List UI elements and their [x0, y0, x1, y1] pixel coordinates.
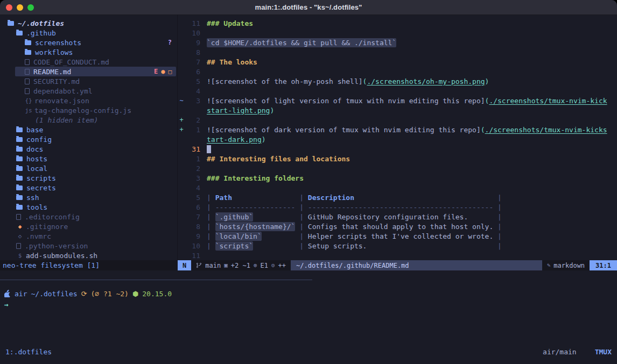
- line-number: 7: [185, 58, 200, 66]
- line-number: 10: [185, 242, 200, 250]
- folder-icon: [25, 40, 31, 45]
- tree-item-config[interactable]: config: [0, 134, 177, 144]
- table-pipe: |: [493, 223, 502, 231]
- link-url[interactable]: start-light.png: [207, 106, 270, 115]
- folder-icon: [16, 127, 23, 132]
- table-pipe: |: [207, 213, 215, 221]
- tree-item-hosts[interactable]: hosts: [0, 154, 177, 163]
- extra-icon: ⊙: [271, 262, 275, 269]
- editor-line[interactable]: 8| `hosts/{hostname}/` | Configs that sh…: [178, 222, 617, 231]
- editor-line[interactable]: 3### Interesting folders: [178, 173, 617, 183]
- minimize-button[interactable]: [17, 4, 23, 11]
- tmux-label: TMUX: [595, 348, 612, 356]
- editor-line[interactable]: 7| `.github` | GitHub Repository configu…: [178, 212, 617, 222]
- tree-item-code-of-conduct[interactable]: CODE_OF_CONDUCT.md: [0, 57, 177, 67]
- editor-line[interactable]: 4: [178, 183, 617, 192]
- table-pipe: |: [207, 223, 215, 231]
- editor-line[interactable]: +2: [178, 115, 617, 125]
- tree-item-local[interactable]: local: [0, 163, 177, 173]
- line-number: 3: [185, 174, 200, 182]
- tree-item-ssh[interactable]: ssh: [0, 192, 177, 202]
- tree-item-dependabot[interactable]: dependabot.yml: [0, 86, 177, 96]
- line-number: 6: [185, 203, 200, 211]
- table-pipe: |: [367, 242, 501, 250]
- editor-current-line[interactable]: 31: [178, 144, 617, 154]
- tree-item-tools[interactable]: tools: [0, 202, 177, 212]
- editor-line[interactable]: 8: [178, 47, 617, 57]
- diff-icon: ▣: [224, 262, 228, 269]
- link-url[interactable]: ./screenshots/tmux-nvim-kicks: [485, 126, 607, 134]
- apple-icon: [4, 290, 11, 297]
- tmux-session-name: air/main: [543, 348, 577, 356]
- editor-line[interactable]: 9| `local/bin` | Helper scripts that I'v…: [178, 231, 617, 241]
- extra-indicator: ++: [278, 262, 286, 269]
- editor-line[interactable]: ~3![screenshot of light version of tmux …: [178, 96, 617, 105]
- editor-line[interactable]: 1## Interesting files and locations: [178, 154, 617, 163]
- link-url[interactable]: ./screenshots/oh-my-posh.png: [367, 77, 485, 85]
- editor-line[interactable]: 5![screenshot of the oh-my-posh shell](.…: [178, 76, 617, 86]
- tree-item-security[interactable]: SECURITY.md: [0, 76, 177, 86]
- table-pipe: |: [253, 242, 308, 250]
- cursor-position: 31:1: [590, 260, 617, 270]
- tree-item-base[interactable]: base: [0, 125, 177, 134]
- tree-item-python-version[interactable]: .python-version: [0, 241, 177, 251]
- tree-item-hidden-count[interactable]: (1 hidden item): [0, 115, 177, 125]
- tree-item-nvmrc[interactable]: ◇ .nvmrc: [0, 231, 177, 241]
- editor-line[interactable]: +1![screenshot of dark version of tmux w…: [178, 125, 617, 134]
- tree-item-readme[interactable]: README.md E ● □: [0, 67, 177, 76]
- tmux-window-1[interactable]: 1:.dotfiles: [5, 348, 52, 356]
- tree-item-renovate[interactable]: {} tag-changelog-config.js renovate.json: [0, 96, 177, 105]
- tree-item-github[interactable]: .github: [0, 28, 177, 38]
- tree-item-screenshots[interactable]: screenshots ?: [0, 38, 177, 47]
- folder-icon: [16, 147, 23, 152]
- tree-item-dotfiles-root[interactable]: ~/.dotfiles: [0, 18, 177, 28]
- unstaged-square-icon: □: [168, 68, 172, 75]
- tree-item-scripts[interactable]: scripts: [0, 173, 177, 183]
- inline-code: `cd $HOME/.dotfiles && git pull && ./ins…: [207, 38, 396, 47]
- yaml-file-icon: [25, 88, 30, 94]
- editor-line[interactable]: 4: [178, 86, 617, 96]
- prompt-arrow-icon: →: [4, 301, 9, 309]
- statusline: N main ▣ +2 ~1 ⊗ E1 ⊙ ++ ~/.dotfiles/.gi…: [178, 260, 617, 270]
- table-pipe: |: [354, 194, 502, 202]
- tree-item-docs[interactable]: docs: [0, 144, 177, 154]
- markdown-h3: ### Interesting folders: [207, 174, 304, 182]
- tree-item-editorconfig[interactable]: .editorconfig: [0, 212, 177, 222]
- git-untracked-badge: ?: [168, 39, 172, 46]
- editor-line[interactable]: 6| ------------------- | ---------------…: [178, 202, 617, 212]
- tree-item-tag-changelog-config[interactable]: js tag-changelog-config.js: [0, 105, 177, 115]
- editor-line[interactable]: 10: [178, 28, 617, 38]
- link-url[interactable]: ./screenshots/tmux-nvim-kick: [489, 97, 607, 105]
- link-url[interactable]: tart-dark.png: [207, 135, 262, 144]
- line-number: 8: [185, 48, 200, 56]
- editor-line[interactable]: 11### Updates: [178, 18, 617, 28]
- tree-item-secrets[interactable]: secrets: [0, 183, 177, 192]
- table-cell: Setup scripts.: [308, 242, 367, 250]
- table-pipe: |: [207, 194, 215, 202]
- editor-line[interactable]: 10| `scripts` | Setup scripts. |: [178, 241, 617, 251]
- branch-name: main: [205, 262, 221, 269]
- tree-item-gitignore[interactable]: ◆ .gitignore: [0, 222, 177, 231]
- git-branch-icon: [196, 262, 202, 268]
- folder-icon: [16, 137, 23, 142]
- editor-line[interactable]: 5| Path | Description |: [178, 192, 617, 202]
- editor-line[interactable]: 9`cd $HOME/.dotfiles && git pull && ./in…: [178, 38, 617, 47]
- zoom-button[interactable]: [27, 4, 34, 11]
- editor-line[interactable]: 11: [178, 251, 617, 260]
- tree-item-workflows[interactable]: workflows: [0, 47, 177, 57]
- javascript-file-icon: js: [25, 107, 32, 114]
- prompt-input-line[interactable]: →: [4, 299, 9, 309]
- close-button[interactable]: [6, 4, 12, 11]
- table-pipe: |: [493, 232, 502, 240]
- image-alt-text: ![screenshot of dark version of tmux wit…: [207, 126, 481, 134]
- titlebar: main:1:.dotfiles - "ks~/.dotfiles": [0, 0, 617, 15]
- tree-item-add-submodules[interactable]: $ add-submodules.sh: [0, 251, 177, 260]
- editor-line[interactable]: 2: [178, 163, 617, 173]
- modified-dot-icon: ●: [161, 68, 165, 75]
- editor-wrapped-line[interactable]: start-light.png): [178, 105, 617, 115]
- node-version: 20.15.0: [142, 290, 172, 298]
- editor-line[interactable]: 7## The looks: [178, 57, 617, 67]
- folder-icon: [16, 205, 23, 210]
- editor-wrapped-line[interactable]: tart-dark.png): [178, 134, 617, 144]
- editor-line[interactable]: 6: [178, 67, 617, 76]
